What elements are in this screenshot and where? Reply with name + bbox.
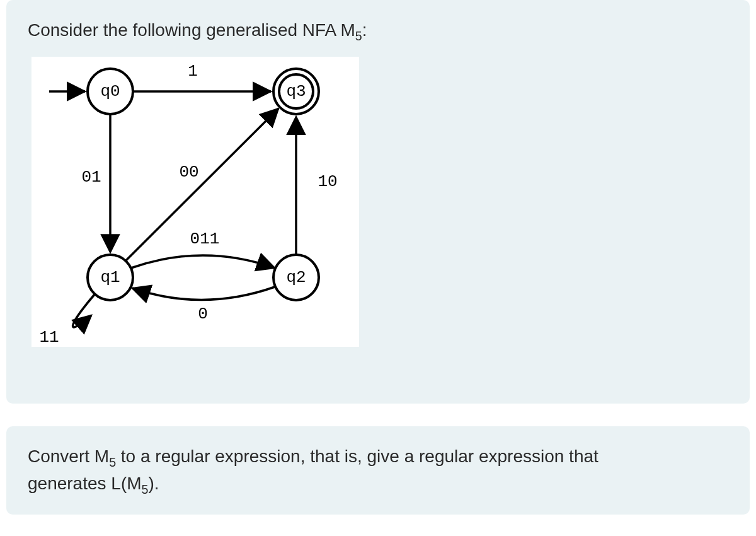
edge-q1-q1-loop	[73, 294, 94, 327]
convert-line2: generates L(M5).	[28, 471, 728, 498]
state-q3-label: q3	[286, 82, 306, 101]
edge-q1-q1-label: 11	[39, 328, 59, 347]
convert-p1-sub: 5	[109, 455, 116, 469]
edge-q2-q1	[132, 287, 275, 300]
convert-p2-prefix: generates L(M	[28, 474, 142, 493]
question-intro: Consider the following generalised NFA M…	[28, 18, 728, 45]
convert-p1-prefix: Convert M	[28, 446, 109, 466]
nfa-svg: q0 q3 q1 q2 1 01 00 10 01	[32, 57, 359, 347]
edge-q1-q3-label: 00	[179, 163, 198, 182]
intro-text-prefix: Consider the following generalised NFA M	[28, 20, 355, 40]
state-q2-label: q2	[286, 268, 306, 287]
question-panel-top: Consider the following generalised NFA M…	[6, 0, 750, 404]
convert-p1-mid: to a regular expression, that is, give a…	[116, 446, 598, 466]
edge-q0-q1-label: 01	[81, 168, 101, 187]
edge-q0-q3-label: 1	[188, 62, 198, 81]
nfa-diagram: q0 q3 q1 q2 1 01 00 10 01	[32, 57, 359, 347]
intro-sub: 5	[355, 29, 362, 43]
edge-q2-q3-label: 10	[318, 172, 337, 191]
convert-p2-suffix: ).	[148, 474, 159, 493]
convert-line1: Convert M5 to a regular expression, that…	[28, 444, 728, 471]
edge-q1-q2	[131, 255, 275, 268]
convert-p2-sub: 5	[142, 482, 149, 496]
intro-text-suffix: :	[362, 20, 367, 40]
state-q0-label: q0	[100, 82, 120, 101]
state-q1-label: q1	[100, 268, 120, 287]
question-panel-bottom: Convert M5 to a regular expression, that…	[6, 426, 750, 515]
edge-q2-q1-label: 0	[198, 305, 208, 323]
edge-q1-q2-label: 011	[190, 230, 220, 248]
